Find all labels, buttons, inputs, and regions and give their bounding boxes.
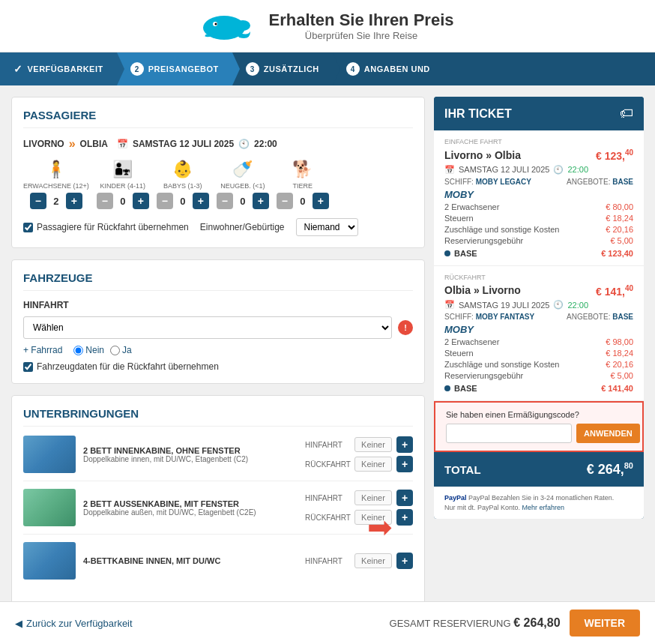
passenger-type-animals: 🐕 TIERE − 0 + <box>277 160 329 209</box>
header-title-block: Erhalten Sie Ihren Preis Überprüfen Sie … <box>269 10 454 41</box>
ticket-outbound-offer-value: BASE <box>612 178 633 186</box>
passenger-type-adults: 🧍 ERWACHSENE (12+) − 2 + <box>23 160 89 209</box>
acc-ruckfahrt-qty-2[interactable] <box>354 510 392 525</box>
accommodations-section: UNTERBRINGUNGEN 2 BETT INNENKABINE, OHNE… <box>11 395 425 607</box>
step-preisangebot-label: PREISANGEBOT <box>148 64 219 73</box>
ticket-outbound-line-4: Reservierungsgebühr € 5,00 <box>444 236 633 245</box>
passenger-type-newborn: 🍼 NEUGEB. (<1) − 0 + <box>217 160 269 209</box>
ticket-outbound-line-2-value: € 18,24 <box>606 214 633 223</box>
animal-decrease-button[interactable]: − <box>277 193 293 209</box>
return-vehicle-checkbox[interactable] <box>23 362 33 372</box>
bike-ja-radio[interactable] <box>110 346 120 355</box>
step-angaben-label: ANGABEN UND <box>364 64 430 73</box>
adult-label: ERWACHSENE (12+) <box>23 182 89 190</box>
ticket-outbound-price: € 123,40 <box>596 148 633 162</box>
weiter-button[interactable]: WEITER <box>570 610 640 629</box>
ticket-outbound-section: EINFACHE FAHRT Livorno » Olbia € 123,40 … <box>434 130 644 266</box>
route-time: 22:00 <box>254 139 277 149</box>
left-panel: PASSAGIERE LIVORNO » OLBIA 📅 SAMSTAG 12 … <box>11 97 425 618</box>
resident-label: Einwohner/Gebürtige <box>200 222 285 232</box>
back-arrow-icon: ◀ <box>15 618 22 629</box>
passenger-type-children: 👨‍👧 KINDER (4-11) − 0 + <box>97 160 149 209</box>
child-count: 0 <box>117 196 129 207</box>
step-angaben[interactable]: 4 ANGABEN UND <box>333 52 444 85</box>
vehicle-type-select[interactable]: Wählen <box>23 316 392 339</box>
ticket-outbound-line-1: 2 Erwachsener € 80,00 <box>444 202 633 211</box>
discount-code-input[interactable] <box>446 424 572 443</box>
paypal-subtext: Nur mit dt. PayPal Konto. <box>444 504 520 511</box>
child-increase-button[interactable]: + <box>133 193 149 209</box>
svg-point-3 <box>214 23 217 25</box>
ticket-return-base-row: BASE € 141,40 <box>444 384 633 393</box>
calendar-icon: 📅 <box>117 139 128 149</box>
adult-decrease-button[interactable]: − <box>30 193 46 209</box>
ticket-outbound-euros: 123 <box>605 150 622 162</box>
newborn-decrease-button[interactable]: − <box>217 193 233 209</box>
ticket-outbound-date: SAMSTAG 12 JULI 2025 <box>459 165 549 174</box>
bike-row: + Fahrrad Nein Ja <box>23 345 413 355</box>
ticket-return-moby-logo: MOBY <box>444 324 633 335</box>
acc-ruckfahrt-qty-1[interactable] <box>354 457 392 472</box>
bike-nein-radio[interactable] <box>73 346 83 355</box>
step-verfugbarkeit[interactable]: ✓ VERFÜGBARKEIT <box>0 52 117 85</box>
ticket-return-route-text: Olbia » Livorno <box>444 284 521 296</box>
acc-hinfahrt-qty-2[interactable] <box>354 490 392 505</box>
adult-icon: 🧍 <box>46 160 66 179</box>
acc-hinfahrt-add-3[interactable]: + <box>396 553 413 569</box>
route-arrow-icon: » <box>69 137 76 151</box>
bike-label: + Fahrrad <box>23 345 62 355</box>
baby-decrease-button[interactable]: − <box>157 193 173 209</box>
ticket-body: EINFACHE FAHRT Livorno » Olbia € 123,40 … <box>434 130 644 452</box>
acc-hinfahrt-qty-3[interactable] <box>354 553 392 568</box>
acc-hinfahrt-add-2[interactable]: + <box>396 490 413 506</box>
vehicle-info-button[interactable]: ! <box>398 320 413 335</box>
ticket-return-line-4-value: € 5,00 <box>610 371 633 380</box>
ticket-outbound-route: Livorno » Olbia € 123,40 <box>444 148 633 162</box>
bike-nein-label[interactable]: Nein <box>73 345 104 355</box>
back-label: Zurück zur Verfügbarkeit <box>26 618 133 629</box>
ticket-outbound-line-4-label: Reservierungsgebühr <box>444 236 523 245</box>
ticket-outbound-line-1-value: € 80,00 <box>606 202 633 211</box>
right-panel: IHR TICKET 🏷 EINFACHE FAHRT Livorno » Ol… <box>434 97 644 523</box>
acc-thumbnail-2 <box>23 489 76 526</box>
acc-hinfahrt-qty-1[interactable] <box>354 437 392 452</box>
animal-label: TIERE <box>293 182 313 190</box>
discount-apply-button[interactable]: ANWENDEN <box>576 424 640 443</box>
ticket-return-line-2-label: Steuern <box>444 349 474 358</box>
passenger-type-babies: 👶 BABYS (1-3) − 0 + <box>157 160 209 209</box>
acc-ruckfahrt-row-1: RÜCKFAHRT + <box>305 456 413 472</box>
step-zusatzlich[interactable]: 3 ZUSÄTZLICH <box>232 52 333 85</box>
animal-increase-button[interactable]: + <box>313 193 329 209</box>
passenger-route-info: LIVORNO » OLBIA 📅 SAMSTAG 12 JULI 2025 🕙… <box>23 137 413 151</box>
return-passengers-checkbox[interactable] <box>23 223 33 232</box>
step-preisangebot[interactable]: 2 PREISANGEBOT <box>117 52 232 85</box>
ticket-return-euros: 141 <box>605 285 622 297</box>
ticket-return-ship-row: SCHIFF: MOBY FANTASY ANGEBOTE: BASE <box>444 313 633 321</box>
ticket-outbound-line-3-label: Zuschläge und sonstige Kosten <box>444 225 560 234</box>
ticket-outbound-line-2: Steuern € 18,24 <box>444 214 633 223</box>
child-decrease-button[interactable]: − <box>97 193 113 209</box>
ticket-return-offer-value: BASE <box>612 313 633 321</box>
return-passengers-label: Passagiere für Rückfahrt übernehmen <box>37 222 189 232</box>
return-vehicle-label: Fahrzeugdaten für die Rückfahrt übernehm… <box>37 361 219 372</box>
paypal-more-link[interactable]: Mehr erfahren <box>522 504 565 511</box>
back-to-availability-link[interactable]: ◀ Zurück zur Verfügbarkeit <box>15 618 133 629</box>
acc-hinfahrt-add-1[interactable]: + <box>396 436 413 453</box>
acc-ruckfahrt-add-2[interactable]: + <box>396 509 413 526</box>
bike-ja-label[interactable]: Ja <box>110 345 132 355</box>
newborn-increase-button[interactable]: + <box>253 193 269 209</box>
acc-controls-2: HINFAHRT + RÜCKFAHRT + <box>305 490 413 526</box>
resident-select[interactable]: Niemand <box>296 218 358 236</box>
acc-ruckfahrt-add-1[interactable]: + <box>396 456 413 472</box>
total-reservierung-cents: 80 <box>547 616 561 629</box>
return-passengers-checkbox-label[interactable]: Passagiere für Rückfahrt übernehmen <box>23 222 189 232</box>
acc-info-1: 2 BETT INNENKABINE, OHNE FENSTER Doppelk… <box>83 446 298 463</box>
baby-increase-button[interactable]: + <box>193 193 209 209</box>
adult-increase-button[interactable]: + <box>66 193 82 209</box>
discount-input-row: ANWENDEN <box>446 424 632 443</box>
ticket-outbound-from: Livorno <box>444 149 483 161</box>
ticket-return-ship-name[interactable]: MOBY FANTASY <box>476 313 535 321</box>
acc-desc-1: Doppelkabine innen, mit DU/WC, Etagenbet… <box>83 455 298 463</box>
return-vehicle-checkbox-label[interactable]: Fahrzeugdaten für die Rückfahrt übernehm… <box>23 361 413 372</box>
ticket-outbound-ship-name[interactable]: MOBY LEGACY <box>476 178 531 186</box>
